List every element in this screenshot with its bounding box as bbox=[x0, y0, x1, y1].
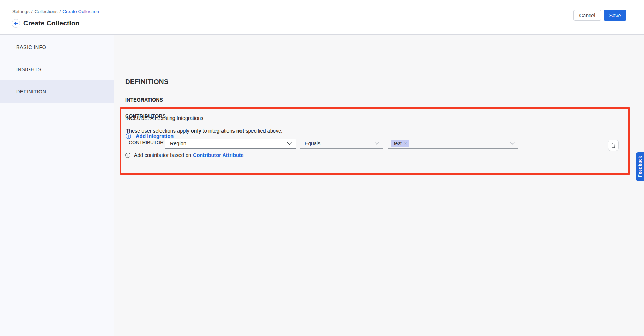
contributor-operator-select[interactable]: Equals bbox=[300, 139, 383, 149]
back-arrow-icon bbox=[14, 22, 18, 25]
chevron-down-icon bbox=[287, 142, 292, 145]
feedback-label: Feedback bbox=[638, 156, 643, 177]
save-button[interactable]: Save bbox=[604, 10, 626, 21]
value-tag-text: test bbox=[394, 141, 402, 146]
chevron-down-icon bbox=[510, 142, 515, 145]
sidebar-item-definition[interactable]: DEFINITION bbox=[0, 80, 114, 103]
contributor-attribute-select[interactable]: Region bbox=[165, 139, 296, 149]
integrations-divider bbox=[125, 71, 625, 71]
operator-select-value: Equals bbox=[300, 141, 320, 146]
settings-sidebar: BASIC INFO INSIGHTS DEFINITION bbox=[0, 35, 114, 336]
contributors-section-label: CONTRIBUTORS bbox=[125, 113, 166, 119]
definitions-heading: DEFINITIONS bbox=[125, 78, 169, 86]
definition-panel: DEFINITIONS INTEGRATIONS INCLUDE: All Ex… bbox=[114, 35, 644, 336]
create-collection-page: Settings/Collections/Create Collection C… bbox=[0, 0, 644, 336]
add-integration-link[interactable]: Add Integration bbox=[126, 133, 174, 139]
remove-tag-icon[interactable]: × bbox=[404, 141, 407, 146]
attribute-select-value: Region bbox=[165, 141, 186, 146]
value-tag: test × bbox=[391, 140, 409, 147]
add-contributor-text: Add contributor based on bbox=[134, 152, 191, 158]
add-icon bbox=[126, 133, 131, 139]
breadcrumb-create-collection[interactable]: Create Collection bbox=[62, 9, 99, 14]
delete-contributor-button[interactable] bbox=[608, 140, 619, 151]
contributor-values-select[interactable]: test × bbox=[388, 139, 518, 149]
breadcrumb-settings[interactable]: Settings bbox=[12, 9, 30, 14]
add-integration-label: Add Integration bbox=[136, 133, 174, 139]
add-icon bbox=[125, 153, 130, 158]
add-contributor-row: Add contributor based on Contributor Att… bbox=[125, 152, 244, 158]
sidebar-item-insights[interactable]: INSIGHTS bbox=[0, 58, 114, 80]
cancel-button[interactable]: Cancel bbox=[573, 10, 601, 21]
contributor-row-label: CONTRIBUTOR : bbox=[127, 140, 164, 152]
contributors-divider bbox=[125, 122, 625, 122]
breadcrumb-separator: / bbox=[60, 9, 61, 14]
trash-icon bbox=[611, 142, 616, 148]
integrations-section-label: INTEGRATIONS bbox=[125, 97, 163, 103]
breadcrumb-separator: / bbox=[31, 9, 33, 14]
back-button[interactable] bbox=[12, 19, 20, 28]
contributor-attribute-link[interactable]: Contributor Attribute bbox=[193, 152, 244, 158]
sidebar-item-basic-info[interactable]: BASIC INFO bbox=[0, 36, 114, 58]
contributors-note: These user selections apply only to inte… bbox=[126, 128, 282, 134]
breadcrumb-collections[interactable]: Collections bbox=[35, 9, 58, 14]
page-header: Settings/Collections/Create Collection C… bbox=[0, 0, 644, 35]
chevron-down-icon bbox=[375, 142, 379, 145]
feedback-tab[interactable]: Feedback bbox=[636, 152, 644, 181]
page-title: Create Collection bbox=[23, 19, 80, 27]
breadcrumb: Settings/Collections/Create Collection bbox=[12, 9, 99, 14]
